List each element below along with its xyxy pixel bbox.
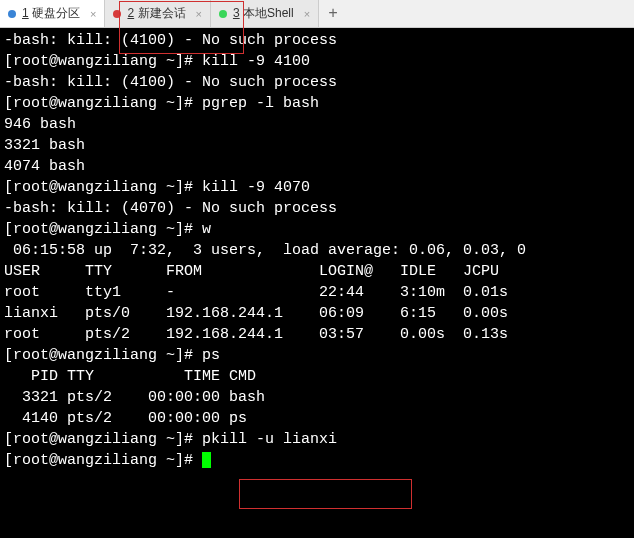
terminal-output[interactable]: -bash: kill: (4100) - No such process [r… — [0, 28, 634, 538]
tab-disk-partition[interactable]: 1 硬盘分区 × — [0, 0, 105, 27]
terminal-line: root tty1 - 22:44 3:10m 0.01s — [4, 284, 508, 301]
close-icon[interactable]: × — [90, 8, 96, 20]
terminal-line: -bash: kill: (4100) - No such process — [4, 32, 337, 49]
tab-new-session[interactable]: 2 新建会话 × — [105, 0, 210, 27]
terminal-line: [root@wangziliang ~]# — [4, 452, 202, 469]
terminal-line: PID TTY TIME CMD — [4, 368, 256, 385]
terminal-line: 4074 bash — [4, 158, 85, 175]
close-icon[interactable]: × — [304, 8, 310, 20]
tab-label: 3 本地Shell — [233, 5, 294, 22]
terminal-line: [root@wangziliang ~]# pkill -u lianxi — [4, 431, 337, 448]
terminal-line: 4140 pts/2 00:00:00 ps — [4, 410, 247, 427]
terminal-line: [root@wangziliang ~]# w — [4, 221, 211, 238]
tab-local-shell[interactable]: 3 本地Shell × — [211, 0, 319, 27]
cursor-icon — [202, 452, 211, 468]
terminal-line: lianxi pts/0 192.168.244.1 06:09 6:15 0.… — [4, 305, 508, 322]
tab-label: 1 硬盘分区 — [22, 5, 80, 22]
tab-label: 2 新建会话 — [127, 5, 185, 22]
terminal-line: 06:15:58 up 7:32, 3 users, load average:… — [4, 242, 526, 259]
terminal-line: [root@wangziliang ~]# ps — [4, 347, 220, 364]
terminal-line: 946 bash — [4, 116, 76, 133]
terminal-line: [root@wangziliang ~]# kill -9 4070 — [4, 179, 310, 196]
status-dot-icon — [8, 10, 16, 18]
terminal-line: [root@wangziliang ~]# pgrep -l bash — [4, 95, 319, 112]
terminal-line: USER TTY FROM LOGIN@ IDLE JCPU — [4, 263, 499, 280]
terminal-line: 3321 bash — [4, 137, 85, 154]
status-dot-icon — [113, 10, 121, 18]
status-dot-icon — [219, 10, 227, 18]
close-icon[interactable]: × — [196, 8, 202, 20]
terminal-line: root pts/2 192.168.244.1 03:57 0.00s 0.1… — [4, 326, 508, 343]
terminal-line: -bash: kill: (4100) - No such process — [4, 74, 337, 91]
terminal-line: [root@wangziliang ~]# kill -9 4100 — [4, 53, 310, 70]
add-tab-button[interactable]: + — [319, 0, 347, 27]
terminal-line: 3321 pts/2 00:00:00 bash — [4, 389, 265, 406]
terminal-line: -bash: kill: (4070) - No such process — [4, 200, 337, 217]
tab-bar: 1 硬盘分区 × 2 新建会话 × 3 本地Shell × + — [0, 0, 634, 28]
